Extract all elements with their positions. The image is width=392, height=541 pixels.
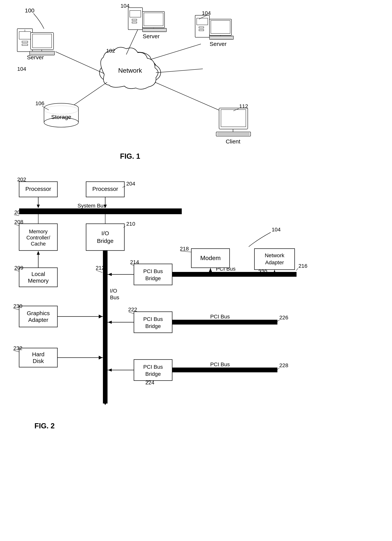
ref-228: 228 bbox=[279, 362, 288, 368]
svg-rect-118 bbox=[172, 368, 277, 372]
ref-224: 224 bbox=[145, 380, 154, 385]
io-bridge-label2: Bridge bbox=[97, 238, 114, 244]
svg-marker-77 bbox=[37, 251, 40, 255]
ref-202: 202 bbox=[17, 177, 26, 182]
pci-bus-bridge1-label: PCI Bus bbox=[143, 268, 163, 274]
client-label: Client bbox=[226, 138, 240, 145]
svg-rect-110 bbox=[172, 320, 277, 324]
svg-marker-101 bbox=[209, 268, 212, 272]
svg-rect-114 bbox=[134, 359, 172, 380]
svg-rect-26 bbox=[128, 8, 142, 30]
svg-line-20 bbox=[56, 52, 104, 74]
svg-rect-30 bbox=[142, 11, 165, 28]
graphics-adapter-label: Graphics bbox=[27, 310, 50, 316]
ref-212: 212 bbox=[96, 265, 105, 271]
ref-106: 106 bbox=[35, 100, 44, 106]
system-bus-label: System Bus bbox=[78, 203, 106, 209]
mem-controller-label3: Cache bbox=[31, 241, 46, 247]
svg-rect-65 bbox=[19, 208, 182, 214]
pci-bus-bridge3-label2: Bridge bbox=[145, 371, 161, 377]
svg-rect-0 bbox=[17, 29, 32, 52]
ref-102: 102 bbox=[106, 48, 115, 54]
ref-210: 210 bbox=[126, 221, 135, 227]
hard-disk-label: Hard bbox=[32, 351, 44, 357]
pci-bus-bridge1-label2: Bridge bbox=[145, 275, 161, 281]
ref-232: 232 bbox=[13, 345, 22, 351]
ref-100: 100 bbox=[25, 7, 34, 14]
svg-rect-5 bbox=[31, 32, 54, 50]
svg-rect-93 bbox=[172, 272, 297, 277]
ref-218: 218 bbox=[180, 246, 189, 252]
processor2-label: Processor bbox=[92, 186, 118, 192]
svg-marker-109 bbox=[108, 321, 112, 324]
hard-disk-label2: Disk bbox=[33, 358, 44, 364]
pci-bus-bridge3-label: PCI Bus bbox=[143, 364, 163, 370]
ref-112: 112 bbox=[239, 103, 248, 109]
svg-line-24 bbox=[71, 82, 107, 107]
svg-rect-42 bbox=[210, 36, 232, 39]
svg-rect-89 bbox=[134, 264, 172, 285]
io-bus-label2: Bus bbox=[110, 295, 119, 300]
svg-line-113 bbox=[277, 320, 280, 321]
svg-line-96 bbox=[296, 268, 298, 270]
io-bridge-label: I/O bbox=[101, 230, 109, 236]
server3-label: Server bbox=[210, 41, 226, 47]
svg-marker-88 bbox=[99, 356, 103, 359]
ref-230: 230 bbox=[13, 303, 22, 309]
svg-rect-39 bbox=[209, 19, 231, 35]
svg-line-22 bbox=[151, 44, 201, 59]
mem-controller-label2: Controller/ bbox=[26, 235, 50, 241]
network-label: Network bbox=[118, 67, 142, 74]
processor1-label: Processor bbox=[25, 186, 51, 192]
ref-226: 226 bbox=[279, 315, 288, 321]
svg-line-23 bbox=[156, 69, 203, 73]
io-bus-label: I/O bbox=[110, 288, 117, 294]
fig1-diagram: 100 Server 104 Network 102 bbox=[0, 0, 392, 166]
pci-bus3-label: PCI Bus bbox=[210, 361, 230, 367]
ref-104b: 104 bbox=[120, 3, 130, 9]
svg-line-121 bbox=[277, 368, 280, 369]
ref-222: 222 bbox=[128, 307, 137, 312]
svg-marker-61 bbox=[37, 205, 40, 208]
svg-rect-106 bbox=[134, 312, 172, 333]
svg-marker-86 bbox=[99, 315, 103, 318]
local-memory-label: Local bbox=[31, 271, 45, 277]
ref-204: 204 bbox=[126, 181, 135, 187]
pci-bus2-label: PCI Bus bbox=[210, 314, 230, 320]
svg-rect-74 bbox=[19, 268, 57, 287]
ref-208: 208 bbox=[14, 219, 23, 225]
modem-label: Modem bbox=[200, 255, 221, 261]
svg-marker-92 bbox=[108, 273, 112, 276]
svg-line-25 bbox=[155, 82, 230, 115]
pci-bus-bridge2-label2: Bridge bbox=[145, 323, 161, 329]
server2-label: Server bbox=[143, 33, 160, 39]
fig2-diagram: 104 Processor 202 Processor 204 206 Syst… bbox=[0, 166, 392, 541]
local-memory-label2: Memory bbox=[28, 277, 49, 284]
svg-marker-117 bbox=[108, 369, 112, 372]
ref-104a: 104 bbox=[17, 66, 26, 72]
svg-rect-55 bbox=[218, 133, 249, 135]
svg-rect-33 bbox=[143, 29, 166, 31]
graphics-adapter-label2: Adapter bbox=[28, 317, 48, 323]
svg-rect-35 bbox=[195, 15, 209, 37]
network-adapter-label2: Adapter bbox=[265, 260, 284, 265]
fig1-title: FIG. 1 bbox=[120, 152, 140, 160]
ref-104-fig2: 104 bbox=[272, 227, 281, 233]
storage-label: Storage bbox=[51, 114, 71, 120]
ref-214: 214 bbox=[130, 259, 139, 265]
mem-controller-label: Memory bbox=[29, 229, 48, 234]
server1-label: Server bbox=[27, 54, 44, 60]
fig2-title: FIG. 2 bbox=[34, 422, 55, 430]
ref-209: 209 bbox=[14, 265, 23, 271]
ref-104c: 104 bbox=[202, 10, 211, 16]
svg-rect-78 bbox=[19, 306, 57, 327]
svg-rect-80 bbox=[19, 348, 57, 367]
svg-rect-70 bbox=[86, 224, 124, 250]
svg-rect-82 bbox=[103, 250, 108, 404]
network-adapter-label: Network bbox=[265, 252, 285, 258]
ref-216: 216 bbox=[298, 263, 308, 269]
svg-rect-102 bbox=[254, 249, 295, 270]
svg-rect-51 bbox=[219, 108, 248, 129]
ref-220: 220 bbox=[258, 269, 267, 275]
pci-bus-bridge2-label: PCI Bus bbox=[143, 316, 163, 322]
